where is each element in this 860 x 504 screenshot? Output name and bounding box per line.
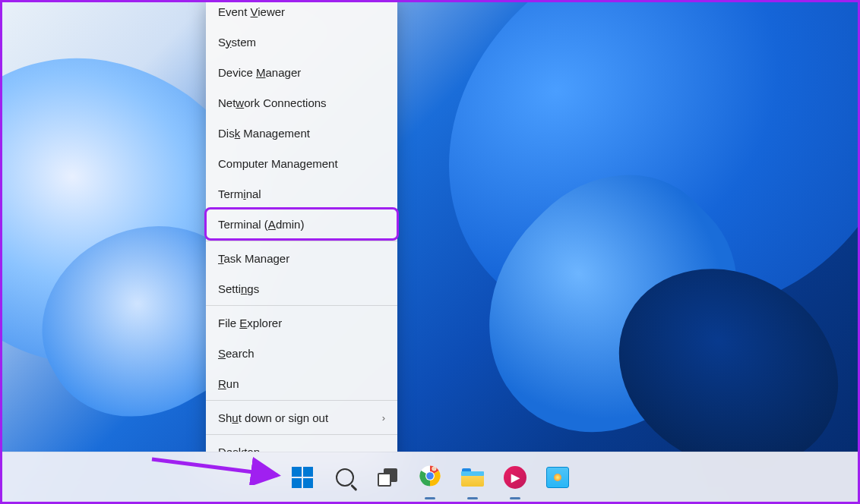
pink-app[interactable]: ▶	[501, 463, 530, 492]
app-icon: ▶	[504, 466, 526, 489]
menu-item[interactable]: System	[206, 27, 397, 57]
windows-logo-icon	[292, 467, 313, 488]
chrome-app[interactable]	[416, 463, 444, 492]
menu-item[interactable]: File Explorer	[206, 307, 397, 338]
menu-item-label: Search	[218, 347, 255, 360]
winx-context-menu: Event ViewerSystemDevice ManagerNetwork …	[206, 0, 397, 471]
menu-item-label: Settings	[218, 282, 259, 295]
menu-item-label: Network Connections	[218, 96, 327, 109]
taskbar: ▶	[2, 452, 858, 502]
menu-item-label: Device Manager	[218, 66, 301, 79]
desktop[interactable]: Event ViewerSystemDevice ManagerNetwork …	[2, 2, 858, 502]
file-explorer-app[interactable]	[458, 463, 487, 492]
svg-point-4	[426, 472, 434, 480]
menu-item[interactable]: Event Viewer	[206, 0, 397, 27]
menu-item-label: Shut down or sign out	[218, 411, 328, 424]
task-view-button[interactable]	[373, 463, 402, 492]
menu-item[interactable]: Terminal (Admin)	[206, 209, 397, 239]
menu-divider	[206, 434, 397, 435]
search-icon	[336, 468, 354, 487]
menu-item-label: Computer Management	[218, 157, 338, 170]
folder-icon	[461, 468, 484, 487]
menu-item[interactable]: Run	[206, 368, 397, 398]
menu-item[interactable]: Settings	[206, 273, 397, 304]
control-panel-app[interactable]	[543, 463, 572, 492]
menu-item-label: File Explorer	[218, 317, 282, 329]
menu-item[interactable]: Disk Management	[206, 118, 397, 148]
chevron-right-icon: ›	[382, 412, 385, 424]
menu-item-label: Disk Management	[218, 127, 310, 140]
desktop-wallpaper	[2, 2, 858, 502]
menu-item[interactable]: Task Manager	[206, 243, 397, 273]
menu-item[interactable]: Network Connections	[206, 87, 397, 118]
menu-item-label: Terminal (Admin)	[218, 218, 304, 231]
menu-item[interactable]: Search	[206, 338, 397, 368]
menu-item[interactable]: Device Manager	[206, 57, 397, 87]
menu-divider	[206, 305, 397, 306]
search-button[interactable]	[330, 463, 359, 492]
svg-point-5	[432, 466, 436, 470]
start-button[interactable]	[288, 463, 317, 492]
menu-divider	[206, 400, 397, 401]
menu-item[interactable]: Terminal	[206, 178, 397, 209]
menu-item-label: Run	[218, 377, 239, 390]
control-panel-icon	[546, 467, 569, 488]
menu-item-label: Task Manager	[218, 252, 289, 265]
task-view-icon	[378, 468, 397, 487]
menu-item[interactable]: Computer Management	[206, 148, 397, 178]
menu-item-label: System	[218, 36, 256, 49]
menu-item-label: Terminal	[218, 187, 261, 200]
menu-divider	[206, 241, 397, 241]
chrome-icon	[419, 465, 441, 490]
menu-item[interactable]: Shut down or sign out›	[206, 402, 397, 433]
menu-item-label: Event Viewer	[218, 5, 285, 18]
